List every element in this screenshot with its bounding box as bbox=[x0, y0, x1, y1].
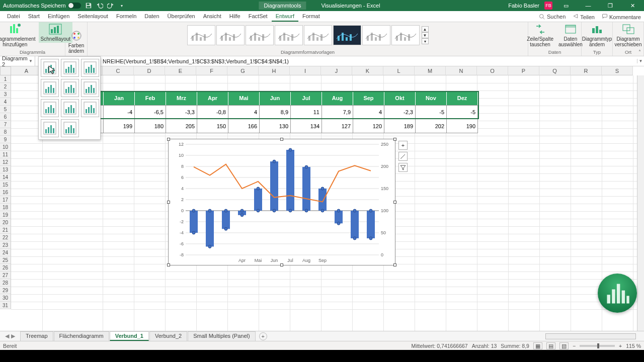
table-header[interactable]: Aug bbox=[322, 91, 353, 105]
view-normal-button[interactable]: ▦ bbox=[533, 342, 542, 349]
row-header[interactable]: 1 bbox=[0, 75, 11, 83]
sheet-nav[interactable]: ◀▶ bbox=[0, 333, 20, 339]
col-header[interactable]: J bbox=[321, 66, 352, 75]
change-chart-type-button[interactable]: Diagrammtyp ändern bbox=[580, 22, 614, 48]
ribbon-tab-seitenlayout[interactable]: Seitenlayout bbox=[73, 12, 112, 22]
row-header[interactable]: 9 bbox=[0, 136, 11, 143]
vertical-scrollbar[interactable] bbox=[637, 75, 644, 331]
redo-icon[interactable] bbox=[107, 2, 114, 9]
col-header[interactable]: A bbox=[11, 66, 42, 75]
table-cell[interactable]: 189 bbox=[384, 119, 416, 133]
table-cell[interactable]: -5 bbox=[447, 105, 478, 119]
context-tab-tools[interactable]: Diagrammtools bbox=[259, 2, 306, 10]
share-button[interactable]: Teilen bbox=[573, 13, 595, 20]
quick-layout-gallery[interactable] bbox=[38, 56, 101, 140]
col-header[interactable]: M bbox=[415, 66, 446, 75]
chart-style-4[interactable] bbox=[275, 25, 303, 45]
user-name[interactable]: Fabio Basler bbox=[508, 3, 539, 9]
row-header[interactable]: 21 bbox=[0, 226, 11, 234]
row-header[interactable]: 10 bbox=[0, 143, 11, 151]
col-header[interactable]: R bbox=[571, 66, 602, 75]
table-header[interactable]: Mai bbox=[228, 91, 260, 105]
zoom-in-button[interactable]: + bbox=[619, 343, 622, 349]
col-header[interactable]: Q bbox=[539, 66, 571, 75]
row-header[interactable]: 25 bbox=[0, 256, 11, 264]
chart-filter-button[interactable] bbox=[398, 163, 408, 172]
move-chart-button[interactable]: Diagramm verschieben bbox=[613, 22, 644, 48]
row-header[interactable]: 12 bbox=[0, 158, 11, 166]
add-chart-element-button[interactable]: Diagrammelement hinzufügen bbox=[0, 22, 38, 48]
table-cell[interactable]: 7,9 bbox=[322, 105, 353, 119]
chart-style-1[interactable] bbox=[187, 25, 215, 45]
ribbon-tab-entwurf[interactable]: Entwurf bbox=[272, 12, 298, 22]
row-header[interactable]: 13 bbox=[0, 166, 11, 173]
table-cell[interactable]: 11 bbox=[291, 105, 322, 119]
formula-input[interactable]: NREIHE(Verbund_1!$B$4;Verbund_1!$C$3:$N$… bbox=[101, 58, 637, 64]
col-header[interactable]: H bbox=[259, 66, 290, 75]
view-pagebreak-button[interactable]: ▧ bbox=[559, 342, 569, 349]
row-header[interactable]: 11 bbox=[0, 151, 11, 158]
col-header[interactable]: C bbox=[103, 66, 134, 75]
ribbon-tab-überprüfen[interactable]: Überprüfen bbox=[164, 12, 199, 22]
switch-row-col-button[interactable]: Zeile/Spalte tauschen bbox=[525, 22, 555, 48]
table-header[interactable]: Nov bbox=[416, 91, 447, 105]
search-box[interactable]: Suchen bbox=[539, 13, 566, 20]
row-header[interactable]: 29 bbox=[0, 287, 11, 294]
ribbon-tab-format[interactable]: Format bbox=[298, 12, 324, 22]
row-header[interactable]: 27 bbox=[0, 272, 11, 279]
zoom-level[interactable]: 115 % bbox=[626, 343, 641, 349]
formula-expand-icon[interactable]: ▼ bbox=[637, 59, 644, 63]
chevron-down-icon[interactable]: ▼ bbox=[29, 59, 33, 63]
table-cell[interactable]: 180 bbox=[135, 119, 166, 133]
row-header[interactable]: 4 bbox=[0, 98, 11, 106]
table-cell[interactable]: 8,9 bbox=[260, 105, 291, 119]
row-header[interactable]: 20 bbox=[0, 219, 11, 226]
row-header[interactable]: 6 bbox=[0, 113, 11, 121]
table-cell[interactable]: -4 bbox=[104, 105, 135, 119]
col-header[interactable]: E bbox=[165, 66, 196, 75]
row-header[interactable]: 5 bbox=[0, 106, 11, 113]
table-cell[interactable]: -0,8 bbox=[197, 105, 228, 119]
chart-style-3[interactable] bbox=[246, 25, 274, 45]
ribbon-tab-ansicht[interactable]: Ansicht bbox=[199, 12, 225, 22]
qat-dropdown-icon[interactable]: ▾ bbox=[118, 2, 125, 9]
chart-styles-button[interactable] bbox=[398, 152, 408, 161]
col-header[interactable]: P bbox=[508, 66, 539, 75]
chart-style-2[interactable] bbox=[216, 25, 245, 45]
table-cell[interactable]: 150 bbox=[197, 119, 228, 133]
row-header[interactable]: 31 bbox=[0, 302, 11, 309]
select-all-corner[interactable] bbox=[0, 66, 11, 75]
zoom-slider[interactable] bbox=[580, 345, 615, 347]
row-header[interactable]: 24 bbox=[0, 249, 11, 256]
table-header[interactable]: Jun bbox=[260, 91, 291, 105]
col-header[interactable]: D bbox=[134, 66, 165, 75]
row-header[interactable]: 18 bbox=[0, 204, 11, 211]
add-sheet-button[interactable]: + bbox=[259, 332, 267, 340]
sheet-tab[interactable]: Flächendiagramm bbox=[54, 331, 109, 341]
horizontal-scrollbar[interactable] bbox=[545, 333, 636, 339]
table-cell[interactable]: 130 bbox=[260, 119, 291, 133]
undo-icon[interactable] bbox=[96, 2, 103, 9]
layout-option-11[interactable] bbox=[61, 119, 79, 137]
close-icon[interactable]: ✕ bbox=[624, 0, 641, 11]
layout-option-4[interactable] bbox=[41, 79, 59, 97]
data-table[interactable]: JanFebMrzAprMaiJunJulAugSepOktNovDez-4-6… bbox=[42, 91, 478, 133]
collapse-ribbon-icon[interactable]: ˄ bbox=[638, 49, 641, 55]
table-cell[interactable]: 4 bbox=[228, 105, 260, 119]
gallery-scroll-up[interactable]: ▲ bbox=[422, 26, 429, 32]
sheet-tab[interactable]: Treemap bbox=[20, 331, 53, 341]
toggle-off-icon[interactable] bbox=[68, 3, 81, 9]
table-cell[interactable]: -6,5 bbox=[135, 105, 166, 119]
ribbon-tab-einfügen[interactable]: Einfügen bbox=[44, 12, 73, 22]
table-header[interactable]: Mrz bbox=[166, 91, 197, 105]
chart-style-8[interactable] bbox=[391, 25, 420, 45]
col-header[interactable]: G bbox=[227, 66, 259, 75]
row-header[interactable]: 30 bbox=[0, 294, 11, 302]
row-header[interactable]: 8 bbox=[0, 128, 11, 136]
table-cell[interactable]: 166 bbox=[228, 119, 260, 133]
ribbon-tab-formeln[interactable]: Formeln bbox=[112, 12, 140, 22]
table-cell[interactable]: -3,3 bbox=[166, 105, 197, 119]
chart-styles-gallery[interactable]: ▲ ▼ ▾ bbox=[185, 22, 431, 48]
table-cell[interactable]: 134 bbox=[291, 119, 322, 133]
table-cell[interactable]: 199 bbox=[104, 119, 135, 133]
